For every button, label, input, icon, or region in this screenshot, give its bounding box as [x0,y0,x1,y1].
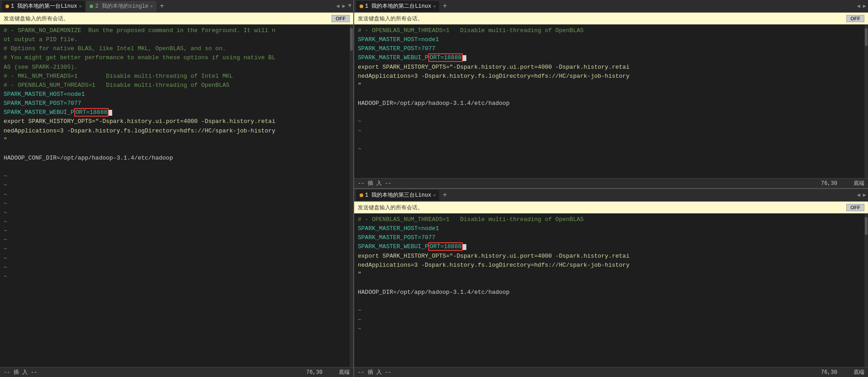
tab-nav-next-rb[interactable]: ▶ [863,192,866,198]
terminal-pre-rt: # - OPENBLAS_NUM_THREADS=1 Disable multi… [358,26,864,154]
tab-dot-orange [5,5,9,8]
tab-add-rb[interactable]: + [440,191,449,200]
tab-nav-prev-rb[interactable]: ◀ [857,192,860,198]
scrollbar-thumb-left [350,28,353,51]
tab-left-2[interactable]: 2 我的本地的single ✕ [86,1,157,12]
tab-close-rt-1[interactable]: ✕ [433,4,436,9]
pane-right-top: 1 我的本地的第二台Linux ✕ + ◀ ▶ 发送键盘输入的所有会话。 OFF [354,0,868,189]
status-bar-left: -- 插 入 -- 76,30 底端 [0,367,353,377]
tab-nav-prev-left[interactable]: ◀ [336,3,339,9]
tab-add-rt[interactable]: + [440,2,449,11]
status-pos-left: 76,30 底端 [306,368,350,376]
tab-dot-green [90,5,93,8]
tab-nav-menu-left[interactable]: ▼ [348,3,351,9]
tab-right-top-1[interactable]: 1 我的本地的第二台Linux ✕ [356,1,439,12]
status-bar-rb: -- 插 入 -- 76,30 底端 [354,367,868,377]
tab-bar-right-top: 1 我的本地的第二台Linux ✕ + ◀ ▶ [354,0,868,13]
terminal-content-rb[interactable]: # - OPENBLAS_NUM_THREADS=1 Disable multi… [354,213,868,367]
tab-bar-rb: 1 我的本地的第三台Linux ✕ + ◀ ▶ [354,189,868,202]
tab-nav-prev-rt[interactable]: ◀ [857,3,860,9]
status-mode-rb: -- 插 入 -- [358,368,391,376]
tab-dot-rb [360,193,363,197]
status-bar-rt: -- 插 入 -- 76,30 底端 [354,178,868,188]
tab-label-left-2: 2 我的本地的single [95,2,148,10]
terminal-pre-rb: # - OPENBLAS_NUM_THREADS=1 Disable multi… [358,215,864,334]
tab-close-left-2[interactable]: ✕ [150,4,153,9]
off-button-rt[interactable]: OFF [846,15,864,22]
terminal-content-left[interactable]: # - SPARK_NO_DAEMONIZE Run the proposed … [0,24,353,367]
broadcast-bar-rt: 发送键盘输入的所有会话。 OFF [354,13,868,24]
pane-right-bottom: 1 我的本地的第三台Linux ✕ + ◀ ▶ 发送键盘输入的所有会话。 OFF [354,189,868,377]
scrollbar-rb[interactable] [864,213,868,367]
broadcast-bar-left: 发送键盘输入的所有会话。 OFF [0,13,353,24]
scrollbar-thumb-rt [865,28,868,46]
tab-dot-rt [360,5,363,8]
tab-rb-1[interactable]: 1 我的本地的第三台Linux ✕ [356,190,439,201]
broadcast-text-rb: 发送键盘输入的所有会话。 [358,204,423,212]
tab-close-rb-1[interactable]: ✕ [433,193,436,198]
tab-nav-left: ◀ ▶ ▼ [336,3,351,9]
terminal-content-rt[interactable]: # - OPENBLAS_NUM_THREADS=1 Disable multi… [354,24,868,178]
broadcast-text-rt: 发送键盘输入的所有会话。 [358,15,423,23]
tab-nav-rb: ◀ ▶ [857,192,866,198]
tab-close-left-1[interactable]: ✕ [79,4,81,9]
status-pos-rt: 76,30 底端 [821,179,864,187]
status-pos-rb: 76,30 底端 [821,368,864,376]
pane-left: 1 我的本地的第一台Linux ✕ 2 我的本地的single ✕ + ◀ ▶ … [0,0,354,377]
scrollbar-left[interactable] [350,24,353,367]
scrollbar-thumb-rb [865,217,868,235]
tab-label-rb-1: 1 我的本地的第三台Linux [365,191,431,199]
status-mode-left: -- 插 入 -- [4,368,37,376]
tab-left-1[interactable]: 1 我的本地的第一台Linux ✕ [2,1,85,12]
off-button-rb[interactable]: OFF [846,204,864,211]
scrollbar-rt[interactable] [864,24,868,178]
tab-add-left[interactable]: + [157,2,166,11]
tab-nav-next-left[interactable]: ▶ [342,3,346,9]
off-button-left[interactable]: OFF [332,15,350,22]
broadcast-bar-rb: 发送键盘输入的所有会话。 OFF [354,202,868,213]
tab-bar-left: 1 我的本地的第一台Linux ✕ 2 我的本地的single ✕ + ◀ ▶ … [0,0,353,13]
tab-label-rt-1: 1 我的本地的第二台Linux [365,2,431,10]
broadcast-text-left: 发送键盘输入的所有会话。 [4,15,69,23]
tab-nav-next-rt[interactable]: ▶ [863,3,866,9]
terminal-pre-left: # - SPARK_NO_DAEMONIZE Run the proposed … [4,26,350,281]
tab-label-left-1: 1 我的本地的第一台Linux [11,2,77,10]
tab-nav-rt: ◀ ▶ [857,3,866,9]
status-mode-rt: -- 插 入 -- [358,179,391,187]
pane-right-col: 1 我的本地的第二台Linux ✕ + ◀ ▶ 发送键盘输入的所有会话。 OFF [354,0,868,377]
